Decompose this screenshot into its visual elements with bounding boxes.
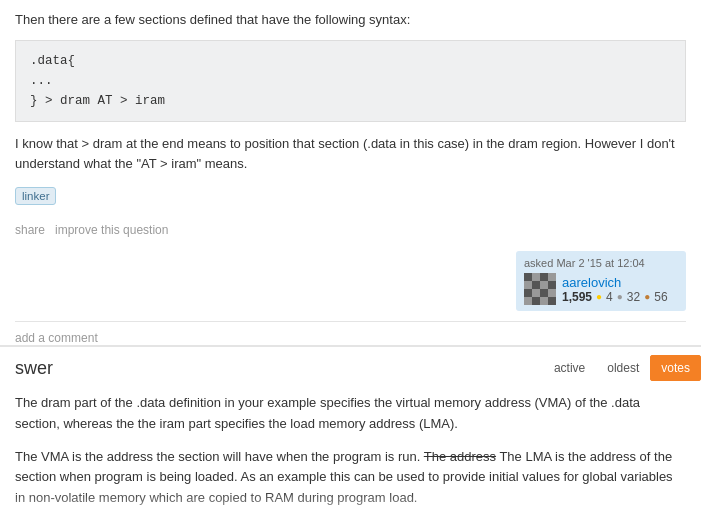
username-link[interactable]: aarelovich — [562, 275, 668, 290]
avatar — [524, 273, 556, 305]
answer-para-1: The dram part of the .data definition in… — [15, 393, 686, 435]
svg-rect-3 — [532, 281, 540, 289]
svg-rect-4 — [548, 281, 556, 289]
answer-para-2-before: The VMA is the address the section will … — [15, 449, 420, 464]
svg-rect-2 — [540, 273, 548, 281]
improve-link[interactable]: improve this question — [55, 223, 168, 237]
sort-tabs: active oldest votes — [543, 355, 701, 381]
add-comment-link[interactable]: add a comment — [15, 331, 98, 345]
badge-gold-count: 4 — [606, 290, 613, 304]
rep-score: 1,595 — [562, 290, 592, 304]
badge-bronze-count: 56 — [654, 290, 667, 304]
badge-gold-icon: ● — [596, 291, 602, 302]
svg-rect-1 — [524, 273, 532, 281]
svg-rect-7 — [532, 297, 540, 305]
user-card: asked Mar 2 '15 at 12:04 — [516, 251, 686, 311]
user-details: aarelovich 1,595 ●4 ●32 ●56 — [562, 275, 668, 304]
tags-row: linker — [15, 187, 686, 205]
asked-label: asked Mar 2 '15 at 12:04 — [524, 257, 678, 269]
badge-silver-icon: ● — [617, 291, 623, 302]
tag-linker[interactable]: linker — [15, 187, 56, 205]
badge-silver-count: 32 — [627, 290, 640, 304]
svg-rect-6 — [540, 289, 548, 297]
answers-header: swer active oldest votes — [0, 345, 701, 381]
svg-rect-5 — [524, 289, 532, 297]
answers-title: swer — [15, 358, 53, 378]
tab-oldest[interactable]: oldest — [596, 355, 650, 381]
user-stats: 1,595 ●4 ●32 ●56 — [562, 290, 668, 304]
badge-bronze-icon: ● — [644, 291, 650, 302]
code-block: .data{ ... } > dram AT > iram — [15, 40, 686, 122]
answers-title-area: swer — [0, 358, 53, 379]
tab-votes[interactable]: votes — [650, 355, 701, 381]
answer-para-2: The VMA is the address the section will … — [15, 447, 686, 509]
answer-para-2-strike: The address — [424, 449, 496, 464]
user-info: aarelovich 1,595 ●4 ●32 ●56 — [524, 273, 678, 305]
actions-row: share improve this question — [15, 223, 686, 237]
answer-body: The dram part of the .data definition in… — [0, 381, 701, 521]
tab-active[interactable]: active — [543, 355, 596, 381]
intro-text: Then there are a few sections defined th… — [15, 10, 686, 30]
body-paragraph: I know that > dram at the end means to p… — [15, 134, 686, 176]
share-link[interactable]: share — [15, 223, 45, 237]
question-footer: asked Mar 2 '15 at 12:04 — [15, 251, 686, 311]
svg-rect-8 — [548, 297, 556, 305]
divider — [15, 321, 686, 322]
question-section: Then there are a few sections defined th… — [0, 0, 701, 345]
